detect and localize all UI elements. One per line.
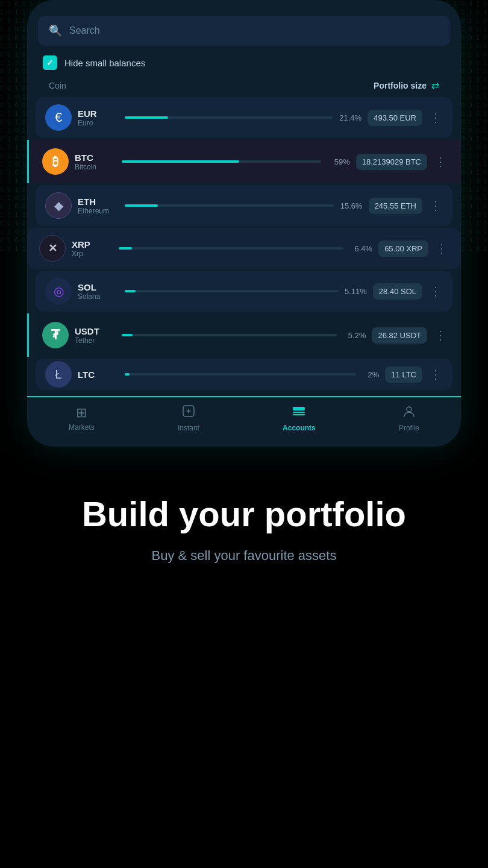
btc-menu[interactable]: ⋮ [433,154,448,169]
nav-item-instant[interactable]: Instant [178,404,199,432]
hide-balances-checkbox[interactable]: ✓ [43,55,57,70]
nav-item-accounts[interactable]: Accounts [283,404,316,432]
portfolio-column-header: Portfolio size [374,81,427,90]
hide-balances-label: Hide small balances [64,58,145,68]
usdt-bar-area: 5.2% [122,331,366,340]
profile-icon [402,404,416,421]
btc-name: Bitcoin [75,163,116,171]
instant-icon [182,404,195,421]
sol-pct: 5.11% [343,287,367,296]
coin-row-btc[interactable]: ₿ BTC Bitcoin 59% 18.2139029 BTC ⋮ [27,140,461,183]
xrp-bar-track [119,247,343,250]
coin-row-eur[interactable]: € EUR Euro 21,4% 493.50 EUR ⋮ [36,97,452,138]
btc-info: BTC Bitcoin [75,153,116,171]
search-placeholder: Search [69,25,100,36]
usdt-pct: 5.2% [342,331,366,340]
eur-pct: 21,4% [337,113,361,122]
btc-bar-fill [122,160,239,163]
eur-name: Euro [78,119,119,127]
eur-avatar: € [45,104,72,131]
eur-symbol: EUR [78,108,119,119]
nav-item-markets[interactable]: ⊞ Markets [69,405,95,432]
coin-row-eth[interactable]: ◆ ETH Ethereum 15.6% 245.55 ETH ⋮ [36,185,452,226]
ltc-symbol: LTC [78,370,119,380]
sol-amount: 28.40 SOL [373,283,422,300]
ltc-bar-area: 2% [125,370,379,379]
xrp-name: Xrp [72,250,113,258]
btc-symbol: BTC [75,153,116,163]
usdt-bar-fill [122,334,133,336]
btc-bar-area: 59% [122,157,350,166]
eur-bar-track [125,116,333,119]
eur-bar-area: 21,4% [125,113,361,122]
coin-row-sol[interactable]: ◎ SOL Solana 5.11% 28.40 SOL ⋮ [36,271,452,312]
xrp-bar-fill [119,247,132,250]
svg-point-4 [407,407,411,412]
usdt-name: Tether [75,336,116,345]
profile-label: Profile [399,424,419,432]
eth-bar-track [125,204,334,207]
ltc-pct: 2% [361,370,379,379]
sol-menu[interactable]: ⋮ [428,284,443,298]
btc-pct: 59% [326,157,350,166]
usdt-amount: 26.82 USDT [372,327,427,344]
search-bar[interactable]: 🔍 Search [38,16,450,46]
sol-name: Solana [78,292,119,301]
search-icon: 🔍 [49,24,62,37]
coin-row-xrp[interactable]: ✕ XRP Xrp 6.4% 65.00 XRP ⋮ [27,228,461,269]
ltc-avatar: Ł [45,361,72,388]
xrp-bar-area: 6.4% [119,244,372,253]
accounts-label: Accounts [283,424,316,432]
svg-rect-3 [293,414,305,415]
ltc-menu[interactable]: ⋮ [428,367,443,382]
sol-bar-fill [125,290,136,292]
eth-bar-fill [125,204,158,207]
xrp-info: XRP Xrp [72,239,113,258]
xrp-avatar: ✕ [39,235,66,262]
btc-amount: 18.2139029 BTC [356,154,427,170]
table-header: Coin Portfolio size ⇄ [44,80,444,91]
sol-info: SOL Solana [78,282,119,301]
markets-label: Markets [69,423,95,432]
usdt-menu[interactable]: ⋮ [433,328,448,342]
svg-rect-2 [293,412,305,413]
swap-icon[interactable]: ⇄ [431,80,439,91]
svg-rect-1 [293,407,305,410]
sol-bar-track [125,290,338,292]
usdt-info: USDT Tether [75,326,116,345]
sol-symbol: SOL [78,282,119,292]
eth-avatar: ◆ [45,192,72,219]
coin-row-usdt[interactable]: ₮ USDT Tether 5.2% 26.82 USDT ⋮ [27,313,461,357]
eur-amount: 493.50 EUR [368,110,422,126]
btc-avatar: ₿ [42,148,69,175]
eth-menu[interactable]: ⋮ [428,198,443,213]
eth-symbol: ETH [78,197,119,207]
eur-menu[interactable]: ⋮ [428,110,443,125]
accounts-icon [292,404,306,421]
hide-balances-row[interactable]: ✓ Hide small balances [43,55,445,70]
ltc-amount: 11 LTC [385,366,422,383]
nav-item-profile[interactable]: Profile [399,404,419,432]
usdt-symbol: USDT [75,326,116,336]
coin-row-ltc[interactable]: Ł LTC 2% 11 LTC ⋮ [36,359,452,390]
ltc-info: LTC [78,370,119,380]
coin-column-header: Coin [49,81,66,90]
btc-bar-track [122,160,321,163]
xrp-pct: 6.4% [348,244,372,253]
bottom-nav: ⊞ Markets Instant [27,396,461,447]
sol-bar-area: 5.11% [125,287,367,296]
eur-bar-fill [125,116,168,119]
markets-icon: ⊞ [76,405,87,421]
xrp-menu[interactable]: ⋮ [434,241,449,256]
instant-label: Instant [178,424,199,432]
eth-pct: 15.6% [339,201,363,210]
coin-list: € EUR Euro 21,4% 493.50 EUR ⋮ ₿ BT [27,97,461,390]
usdt-bar-track [122,334,337,336]
sol-avatar: ◎ [45,278,72,304]
xrp-symbol: XRP [72,239,113,250]
eth-amount: 245.55 ETH [369,198,422,214]
usdt-avatar: ₮ [42,322,69,348]
eth-info: ETH Ethereum [78,197,119,215]
eur-info: EUR Euro [78,108,119,127]
eth-bar-area: 15.6% [125,201,363,210]
